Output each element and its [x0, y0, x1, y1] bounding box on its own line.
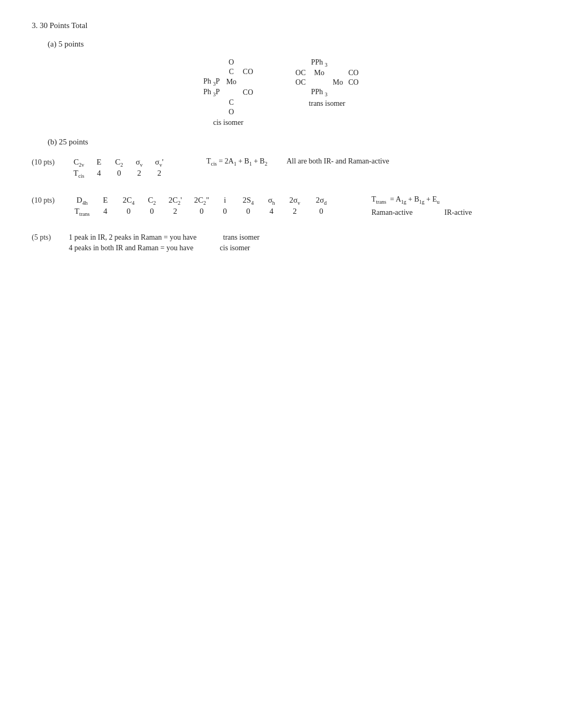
- cis-char-0: 4: [89, 168, 109, 179]
- cis-mo: Mo: [226, 78, 236, 86]
- cis-char-1: 0: [109, 168, 129, 179]
- trans-char-8: 2: [282, 206, 308, 217]
- trans-char-7: 4: [261, 206, 282, 217]
- trans-char-6: 0: [235, 206, 261, 217]
- pts-content-2: D4h E 2C4 C2 2C2' 2C2" i 2S4 σh 2σv 2σd …: [69, 195, 530, 217]
- cis-header-row: C2v E C2 σv σv': [69, 157, 169, 168]
- trans-hdr-2c2p: 2C2': [162, 195, 188, 206]
- part-a-title: (a) 5 points: [48, 40, 530, 49]
- trans-co-top: CO: [348, 69, 358, 77]
- trans-hdr-c2: C2: [142, 195, 162, 206]
- five-pts-label: (5 pts): [32, 233, 69, 242]
- trans-hdr-2sd: 2σd: [308, 195, 334, 206]
- trans-pph3-bot: PPh 3: [311, 88, 328, 97]
- cis-bot-o: O: [229, 108, 234, 116]
- trans-oc-bot: OC: [295, 78, 305, 87]
- cis-hdr-e: E: [89, 157, 109, 168]
- five-pts-content: 1 peak in IR, 2 peaks in Raman = you hav…: [69, 233, 259, 252]
- cis-row-lbl: Tcis: [69, 168, 89, 179]
- pts-label-1: (10 pts): [32, 157, 69, 167]
- trans-pph3-top: PPh 3: [311, 58, 328, 68]
- trans-char-1: 0: [115, 206, 142, 217]
- pts-row-1: (10 pts) C2v E C2 σv σv' Tcis 4 0 2 2: [32, 157, 530, 179]
- trans-hdr-2sv: 2σv: [282, 195, 308, 206]
- trans-char-4: 0: [188, 206, 215, 217]
- trans-header-row: D4h E 2C4 C2 2C2' 2C2" i 2S4 σh 2σv 2σd: [69, 195, 334, 206]
- trans-hdr-i: i: [215, 195, 235, 206]
- cis-top-c: C: [229, 68, 233, 76]
- cis-ph3p-top: Ph 3P: [203, 77, 220, 87]
- section-title: 3. 30 Points Total: [32, 21, 530, 30]
- pts-row-2: (10 pts) D4h E 2C4 C2 2C2' 2C2" i 2S4 σh…: [32, 195, 530, 217]
- trans-raman-label: Raman-active: [371, 208, 413, 217]
- cis-co-top: CO: [243, 68, 253, 76]
- pts-content-1: C2v E C2 σv σv' Tcis 4 0 2 2 Tcis = 2A1 …: [69, 157, 530, 179]
- line1-end: trans isomer: [223, 233, 260, 242]
- trans-co-bot: CO: [348, 78, 358, 87]
- line1-text: 1 peak in IR, 2 peaks in Raman = you hav…: [69, 233, 197, 242]
- cis-data-row: Tcis 4 0 2 2: [69, 168, 169, 179]
- cis-co-bot: CO: [243, 88, 253, 97]
- trans-hdr-e: E: [95, 195, 115, 206]
- trans-oc-top: OC: [295, 69, 305, 77]
- trans-hdr-2s4: 2S4: [235, 195, 261, 206]
- trans-result-formula: Ttrans = A1g + B1g + Eu: [371, 195, 472, 205]
- pts-label-2: (10 pts): [32, 195, 69, 205]
- trans-result-block: Ttrans = A1g + B1g + Eu Raman-active IR-…: [371, 195, 472, 217]
- line-2-row: 4 peaks in both IR and Raman = you have …: [69, 244, 259, 252]
- cis-char-2: 2: [129, 168, 149, 179]
- trans-sym-table: D4h E 2C4 C2 2C2' 2C2" i 2S4 σh 2σv 2σd …: [69, 195, 334, 217]
- cis-bot-c: C: [229, 98, 233, 107]
- trans-char-5: 0: [215, 206, 235, 217]
- cis-ph3p-bot: Ph 3P: [203, 88, 220, 97]
- cis-result-block: Tcis = 2A1 + B1 + B2 All are both IR- an…: [206, 157, 389, 170]
- cis-top-o: O: [229, 58, 234, 67]
- trans-mo-top: Mo: [314, 69, 324, 77]
- cis-molecule: O C CO Ph 3P Mo Ph 3P CO C O cis isomer: [203, 58, 253, 127]
- cis-label: cis isomer: [213, 119, 243, 127]
- cis-result-formula: Tcis = 2A1 + B1 + B2 All are both IR- an…: [206, 157, 389, 167]
- trans-hdr-sh: σh: [261, 195, 282, 206]
- cis-hdr-c2: C2: [109, 157, 129, 168]
- trans-row-lbl: Ttrans: [69, 206, 95, 217]
- trans-label: trans isomer: [309, 99, 346, 108]
- trans-hdr-d4h: D4h: [69, 195, 95, 206]
- trans-char-2: 0: [142, 206, 162, 217]
- trans-molecule: PPh 3 OC Mo CO OC Mo CO PPh 3 trans isom…: [295, 58, 358, 108]
- cis-sym-table: C2v E C2 σv σv' Tcis 4 0 2 2: [69, 157, 169, 179]
- trans-char-9: 0: [308, 206, 334, 217]
- part-b-title: (b) 25 points: [48, 138, 530, 147]
- trans-mo-bot: Mo: [333, 78, 343, 87]
- trans-hdr-2c2pp: 2C2": [188, 195, 215, 206]
- cis-hdr-c2v: C2v: [69, 157, 89, 168]
- trans-activity-row: Raman-active IR-active: [371, 208, 472, 217]
- line-1-row: 1 peak in IR, 2 peaks in Raman = you hav…: [69, 233, 259, 242]
- molecule-row: O C CO Ph 3P Mo Ph 3P CO C O cis isomer: [32, 58, 530, 127]
- cis-hdr-sv: σv: [129, 157, 149, 168]
- line2-text: 4 peaks in both IR and Raman = you have: [69, 244, 193, 252]
- trans-char-3: 2: [162, 206, 188, 217]
- cis-char-3: 2: [149, 168, 169, 179]
- trans-ir-label: IR-active: [445, 208, 472, 217]
- cis-activity: All are both IR- and Raman-active: [286, 157, 389, 165]
- trans-char-0: 4: [95, 206, 115, 217]
- trans-hdr-2c4: 2C4: [115, 195, 142, 206]
- five-pts-row: (5 pts) 1 peak in IR, 2 peaks in Raman =…: [32, 233, 530, 252]
- trans-data-row: Ttrans 4 0 0 2 0 0 0 4 2 0: [69, 206, 334, 217]
- line2-end: cis isomer: [220, 244, 250, 252]
- cis-hdr-svp: σv': [149, 157, 169, 168]
